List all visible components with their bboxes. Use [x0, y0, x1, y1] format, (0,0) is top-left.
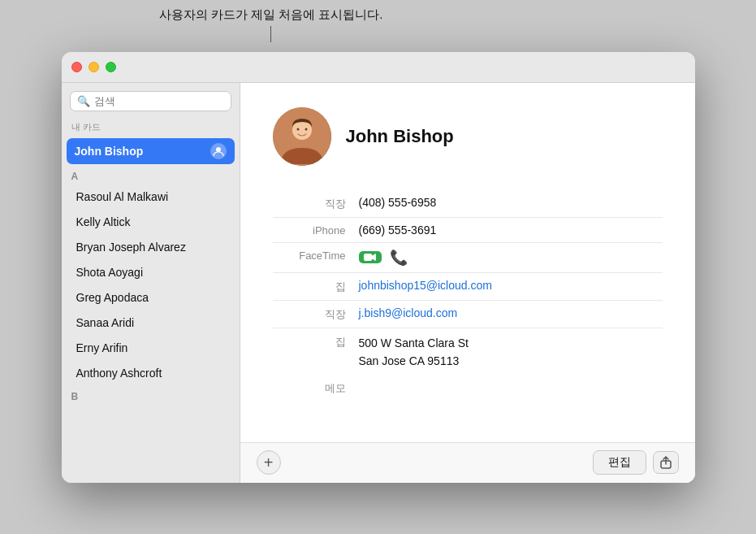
- info-row-work-email: 직장 j.bish9@icloud.com: [273, 301, 663, 328]
- list-item[interactable]: Bryan Joseph Alvarez: [67, 235, 235, 259]
- close-button[interactable]: [71, 62, 82, 72]
- titlebar: [62, 52, 695, 83]
- field-value[interactable]: 500 W Santa Clara StSan Jose CA 95113: [359, 334, 469, 371]
- list-item[interactable]: Rasoul Al Malkawi: [67, 185, 235, 209]
- search-icon: 🔍: [77, 95, 90, 107]
- info-row-facetime: FaceTime 📞: [273, 243, 663, 273]
- search-input[interactable]: [94, 95, 224, 107]
- detail-content: John Bishop 직장 (408) 555-6958 iPhone (66…: [240, 83, 695, 442]
- contact-full-name: John Bishop: [346, 126, 454, 147]
- field-value[interactable]: j.bish9@icloud.com: [359, 306, 458, 319]
- edit-button[interactable]: 편집: [593, 450, 646, 475]
- share-button[interactable]: [653, 451, 679, 474]
- fullscreen-button[interactable]: [106, 62, 116, 72]
- app-window: 🔍 내 카드 John Bishop A R: [62, 52, 695, 483]
- field-label: iPhone: [273, 224, 346, 237]
- avatar: [273, 107, 331, 166]
- search-input-wrap[interactable]: 🔍: [70, 91, 231, 111]
- field-label: FaceTime: [273, 249, 346, 262]
- my-card-icon: [210, 143, 227, 159]
- traffic-lights: [71, 62, 116, 72]
- info-section: 직장 (408) 555-6958 iPhone (669) 555-3691 …: [273, 190, 663, 376]
- list-item[interactable]: Erny Arifin: [67, 336, 235, 360]
- detail-footer: + 편집: [240, 442, 695, 483]
- contact-list: A Rasoul Al Malkawi Kelly Altick Bryan J…: [62, 166, 240, 483]
- field-label: 직장: [273, 196, 346, 211]
- list-item[interactable]: Anthony Ashcroft: [67, 361, 235, 385]
- list-item[interactable]: Sanaa Aridi: [67, 310, 235, 335]
- field-value[interactable]: johnbishop15@icloud.com: [359, 279, 492, 292]
- field-label: 집: [273, 279, 346, 294]
- field-label: 집: [273, 334, 346, 349]
- footer-right: 편집: [593, 450, 679, 475]
- svg-point-0: [216, 147, 221, 152]
- notes-label: 메모: [273, 381, 346, 396]
- alpha-header-a: A: [62, 166, 240, 184]
- field-value[interactable]: (408) 555-6958: [359, 196, 437, 209]
- minimize-button[interactable]: [89, 62, 99, 72]
- selected-contact-name: John Bishop: [75, 145, 144, 158]
- detail-panel: John Bishop 직장 (408) 555-6958 iPhone (66…: [240, 83, 695, 483]
- list-item[interactable]: Greg Apodaca: [67, 285, 235, 310]
- contact-header: John Bishop: [273, 107, 663, 166]
- facetime-video-button[interactable]: [359, 251, 382, 263]
- field-label: 직장: [273, 306, 346, 322]
- info-row-home-email: 집 johnbishop15@icloud.com: [273, 273, 663, 301]
- notes-row: 메모: [273, 376, 663, 402]
- selected-contact-item[interactable]: John Bishop: [67, 138, 235, 164]
- info-row-iphone: iPhone (669) 555-3691: [273, 218, 663, 243]
- sidebar: 🔍 내 카드 John Bishop A R: [62, 83, 240, 483]
- facetime-audio-button[interactable]: 📞: [390, 249, 408, 267]
- list-item[interactable]: Kelly Altick: [67, 210, 235, 234]
- tooltip-line: [270, 26, 271, 42]
- alpha-header-b: B: [62, 386, 240, 404]
- list-item[interactable]: Shota Aoyagi: [67, 260, 235, 284]
- info-row-address: 집 500 W Santa Clara StSan Jose CA 95113: [273, 328, 663, 376]
- svg-point-3: [296, 128, 299, 130]
- main-content: 🔍 내 카드 John Bishop A R: [62, 83, 695, 483]
- search-bar: 🔍: [62, 83, 240, 118]
- tooltip-text: 사용자의 카드가 제일 처음에 표시됩니다.: [159, 7, 383, 23]
- share-icon: [659, 456, 672, 469]
- add-contact-button[interactable]: +: [257, 450, 281, 475]
- my-card-label: 내 카드: [62, 118, 240, 137]
- svg-point-4: [305, 128, 307, 130]
- info-row-work-phone: 직장 (408) 555-6958: [273, 190, 663, 218]
- svg-rect-5: [364, 254, 372, 261]
- facetime-icons: 📞: [359, 249, 408, 267]
- field-value[interactable]: (669) 555-3691: [359, 224, 437, 237]
